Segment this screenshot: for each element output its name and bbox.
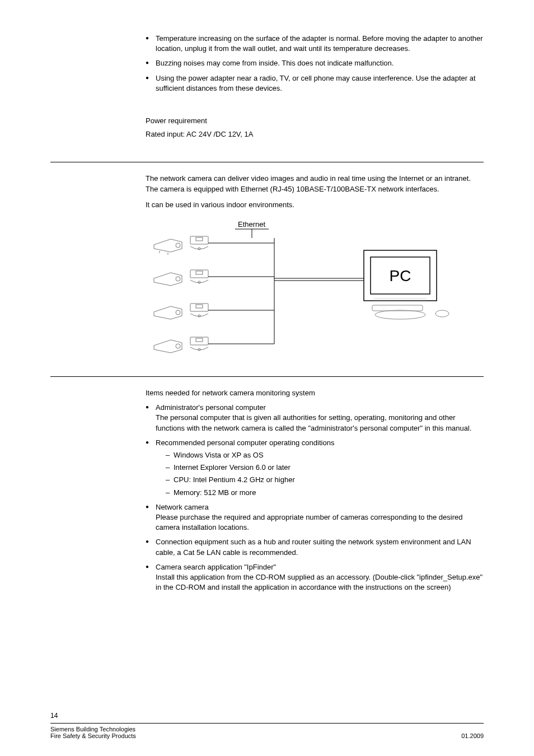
footer-company: Siemens Building Technologies <box>50 726 136 732</box>
list-item: Buzzing noises may come from inside. Thi… <box>146 58 484 68</box>
item-title: Camera search application "IpFinder" <box>156 563 276 571</box>
camera-row <box>154 304 274 319</box>
item-body: Please purchase the required and appropr… <box>156 513 463 531</box>
svg-rect-6 <box>196 237 203 241</box>
list-item: Using the power adapter near a radio, TV… <box>146 73 484 94</box>
sub-item: Windows Vista or XP as OS <box>166 450 484 460</box>
top-bullet-list: Temperature increasing on the surface of… <box>146 34 484 94</box>
items-heading: Items needed for network camera monitori… <box>146 388 484 398</box>
svg-point-19 <box>176 344 180 348</box>
svg-point-32 <box>375 310 425 319</box>
divider <box>50 162 484 162</box>
footer-division: Fire Safety & Security Products <box>50 732 136 739</box>
content-area: Temperature increasing on the surface of… <box>146 34 484 139</box>
svg-rect-11 <box>196 271 203 274</box>
page: Temperature increasing on the surface of… <box>0 0 534 756</box>
network-intro: The network camera can deliver video ima… <box>146 174 484 360</box>
body-text: The network camera can deliver video ima… <box>146 174 484 194</box>
items-list: Administrator's personal computer The pe… <box>146 403 484 592</box>
item-body: Connection equipment such as a hub and r… <box>156 538 471 556</box>
svg-rect-21 <box>196 338 203 342</box>
items-section: Items needed for network camera monitori… <box>146 388 484 592</box>
item-title: Recommended personal computer operating … <box>156 438 334 447</box>
list-item: Administrator's personal computer The pe… <box>146 403 484 433</box>
list-item: Connection equipment such as a hub and r… <box>146 537 484 557</box>
svg-rect-16 <box>196 305 203 308</box>
svg-point-14 <box>176 310 180 315</box>
sub-list: Windows Vista or XP as OS Internet Explo… <box>166 450 484 498</box>
sub-item: Memory: 512 MB or more <box>166 488 484 498</box>
camera-row <box>154 270 274 286</box>
footer: 14 Siemens Building Technologies Fire Sa… <box>50 712 484 739</box>
pc-icon: PC <box>364 250 449 319</box>
power-rated: Rated input: AC 24V /DC 12V, 1A <box>146 129 484 139</box>
power-requirement-block: Power requirement Rated input: AC 24V /D… <box>146 116 484 139</box>
list-item: Temperature increasing on the surface of… <box>146 34 484 54</box>
power-heading: Power requirement <box>146 116 484 126</box>
divider <box>50 376 484 377</box>
ethernet-label: Ethernet <box>238 220 266 228</box>
pc-label: PC <box>390 267 411 284</box>
network-diagram: Ethernet <box>151 217 484 360</box>
camera-row <box>154 337 274 353</box>
list-item: Network camera Please purchase the requi… <box>146 502 484 533</box>
page-number: 14 <box>50 712 484 720</box>
camera-row <box>154 236 274 255</box>
list-item: Recommended personal computer operating … <box>146 438 484 498</box>
sub-item: Internet Explorer Version 6.0 or later <box>166 463 484 473</box>
list-item: Camera search application "IpFinder" Ins… <box>146 562 484 593</box>
body-text: It can be used in various indoor environ… <box>146 200 484 210</box>
footer-left: Siemens Building Technologies Fire Safet… <box>50 726 136 739</box>
sub-item: CPU: Intel Pentium 4.2 GHz or higher <box>166 475 484 485</box>
svg-point-33 <box>435 310 449 317</box>
item-title: Network camera <box>156 503 209 511</box>
svg-rect-29 <box>372 305 423 311</box>
item-body: The personal computer that is given all … <box>156 413 471 432</box>
footer-date: 01.2009 <box>461 732 484 739</box>
svg-point-2 <box>176 243 180 248</box>
item-body: Install this application from the CD-ROM… <box>156 573 483 591</box>
svg-point-9 <box>176 277 180 281</box>
item-title: Administrator's personal computer <box>156 403 266 412</box>
